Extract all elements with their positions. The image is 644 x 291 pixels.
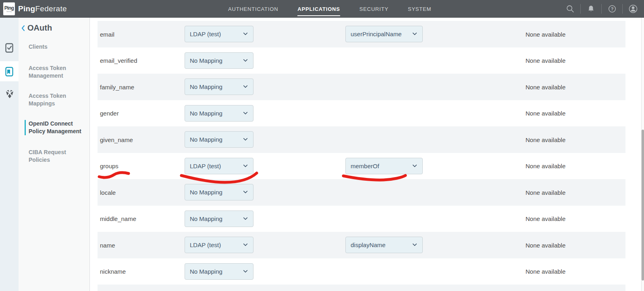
header-icons: ? bbox=[560, 0, 643, 18]
app-title: PingFederate bbox=[18, 0, 67, 18]
source-dropdown[interactable]: No Mapping bbox=[185, 52, 253, 69]
attribute-row: name LDAP (test) displayName None availa… bbox=[98, 232, 625, 258]
attribute-row: nickname No Mapping None available bbox=[98, 258, 625, 285]
vertical-scrollbar bbox=[641, 18, 644, 291]
source-dropdown[interactable]: No Mapping bbox=[185, 105, 253, 122]
source-dropdown[interactable]: No Mapping bbox=[185, 78, 253, 95]
logo-text: Ping bbox=[4, 5, 14, 11]
help-icon[interactable]: ? bbox=[602, 0, 622, 18]
attribute-row: email_verified No Mapping None available bbox=[98, 47, 625, 74]
oauth-back-link[interactable]: OAuth bbox=[21, 23, 52, 33]
search-icon[interactable] bbox=[560, 0, 580, 18]
value-dropdown-value: userPrincipalName bbox=[351, 31, 402, 37]
attribute-name: email bbox=[100, 31, 114, 37]
source-dropdown-value: No Mapping bbox=[190, 57, 222, 64]
issuance-status: None available bbox=[526, 241, 565, 248]
nav-item-applications[interactable]: APPLICATIONS bbox=[297, 6, 340, 12]
source-dropdown[interactable]: No Mapping bbox=[185, 184, 253, 200]
source-dropdown-value: No Mapping bbox=[190, 215, 222, 222]
partial-next-row bbox=[98, 285, 625, 291]
chevron-down-icon bbox=[412, 31, 417, 35]
notifications-icon[interactable] bbox=[581, 0, 601, 18]
attribute-row: email LDAP (test) userPrincipalName None… bbox=[98, 21, 625, 47]
attribute-mapping-table: email LDAP (test) userPrincipalName None… bbox=[98, 21, 625, 291]
sidebar-item-access-token-mappings[interactable]: Access Token Mappings bbox=[29, 92, 84, 107]
chevron-down-icon bbox=[243, 57, 247, 62]
access-token-management-icon[interactable] bbox=[4, 66, 14, 78]
app-header: Ping Identity PingFederate AUTHENTICATIO… bbox=[0, 0, 644, 18]
source-dropdown-value: LDAP (test) bbox=[190, 241, 221, 248]
issuance-status: None available bbox=[526, 189, 565, 196]
source-dropdown[interactable]: LDAP (test) bbox=[185, 237, 253, 253]
chevron-down-icon bbox=[243, 189, 247, 193]
value-dropdown-value: displayName bbox=[351, 241, 386, 248]
source-dropdown[interactable]: No Mapping bbox=[185, 263, 253, 280]
attribute-row: locale No Mapping None available bbox=[98, 179, 625, 206]
sidebar-item-clients[interactable]: Clients bbox=[29, 43, 84, 51]
attribute-row: gender No Mapping None available bbox=[98, 100, 625, 127]
nav-item-system[interactable]: SYSTEM bbox=[408, 6, 431, 12]
scrollbar-thumb[interactable] bbox=[642, 130, 644, 281]
nav-item-security[interactable]: SECURITY bbox=[359, 6, 388, 12]
attribute-name: gender bbox=[100, 110, 119, 117]
source-dropdown-value: No Mapping bbox=[190, 136, 222, 143]
source-dropdown[interactable]: No Mapping bbox=[185, 211, 253, 227]
access-token-mappings-icon[interactable] bbox=[4, 89, 15, 101]
main-content: email LDAP (test) userPrincipalName None… bbox=[90, 18, 644, 291]
chevron-down-icon bbox=[243, 163, 247, 167]
clients-icon[interactable] bbox=[4, 43, 14, 55]
chevron-down-icon bbox=[243, 83, 247, 88]
chevron-down-icon bbox=[243, 268, 247, 272]
attribute-name: groups bbox=[100, 163, 118, 169]
account-icon[interactable] bbox=[623, 0, 643, 18]
source-dropdown-value: LDAP (test) bbox=[190, 163, 221, 169]
main-nav: AUTHENTICATIONAPPLICATIONSSECURITYSYSTEM bbox=[228, 0, 431, 18]
issuance-status: None available bbox=[526, 31, 565, 37]
sidebar-item-ciba-request-policies[interactable]: CIBA Request Policies bbox=[29, 149, 84, 164]
source-dropdown-value: LDAP (test) bbox=[190, 31, 221, 37]
issuance-status: None available bbox=[526, 215, 565, 222]
section-title: OAuth bbox=[27, 23, 52, 33]
issuance-status: None available bbox=[526, 136, 565, 143]
chevron-down-icon bbox=[243, 215, 247, 220]
sidebar-item-openid-connect-policy-management[interactable]: OpenID Connect Policy Management bbox=[29, 120, 84, 135]
issuance-status: None available bbox=[526, 268, 565, 275]
attribute-name: nickname bbox=[100, 268, 126, 275]
attribute-name: email_verified bbox=[100, 57, 137, 64]
chevron-down-icon bbox=[243, 136, 247, 140]
value-dropdown[interactable]: userPrincipalName bbox=[345, 26, 423, 42]
brand-bold: Ping bbox=[18, 4, 35, 13]
sidebar: OAuth ClientsAccess Token ManagementAcce… bbox=[0, 18, 90, 291]
sidebar-icon-rail bbox=[0, 18, 19, 291]
logo-subtext: Identity bbox=[6, 10, 12, 12]
attribute-name: given_name bbox=[100, 136, 133, 143]
nav-item-authentication[interactable]: AUTHENTICATION bbox=[228, 6, 278, 12]
source-dropdown-value: No Mapping bbox=[190, 83, 222, 90]
brand-light: Federate bbox=[35, 4, 66, 13]
chevron-left-icon bbox=[21, 25, 25, 31]
issuance-status: None available bbox=[526, 83, 565, 90]
issuance-status: None available bbox=[526, 57, 565, 64]
attribute-row: given_name No Mapping None available bbox=[98, 126, 625, 153]
chevron-down-icon bbox=[412, 241, 417, 246]
attribute-name: locale bbox=[100, 189, 116, 196]
attribute-name: family_name bbox=[100, 83, 134, 90]
value-dropdown[interactable]: displayName bbox=[345, 237, 423, 253]
attribute-name: name bbox=[100, 241, 115, 248]
source-dropdown-value: No Mapping bbox=[190, 268, 222, 275]
issuance-status: None available bbox=[526, 163, 565, 169]
value-dropdown[interactable]: memberOf bbox=[345, 158, 423, 174]
source-dropdown-value: No Mapping bbox=[190, 110, 222, 117]
svg-text:?: ? bbox=[611, 6, 613, 11]
chevron-down-icon bbox=[243, 110, 247, 114]
sidebar-item-access-token-management[interactable]: Access Token Management bbox=[29, 64, 84, 80]
attribute-row: family_name No Mapping None available bbox=[98, 74, 625, 100]
ping-logo: Ping Identity bbox=[3, 2, 15, 15]
source-dropdown[interactable]: LDAP (test) bbox=[185, 158, 253, 174]
source-dropdown[interactable]: LDAP (test) bbox=[185, 26, 253, 42]
value-dropdown-value: memberOf bbox=[351, 163, 379, 169]
attribute-name: middle_name bbox=[100, 215, 136, 222]
source-dropdown[interactable]: No Mapping bbox=[185, 131, 253, 148]
source-dropdown-value: No Mapping bbox=[190, 189, 222, 196]
chevron-down-icon bbox=[243, 241, 247, 246]
